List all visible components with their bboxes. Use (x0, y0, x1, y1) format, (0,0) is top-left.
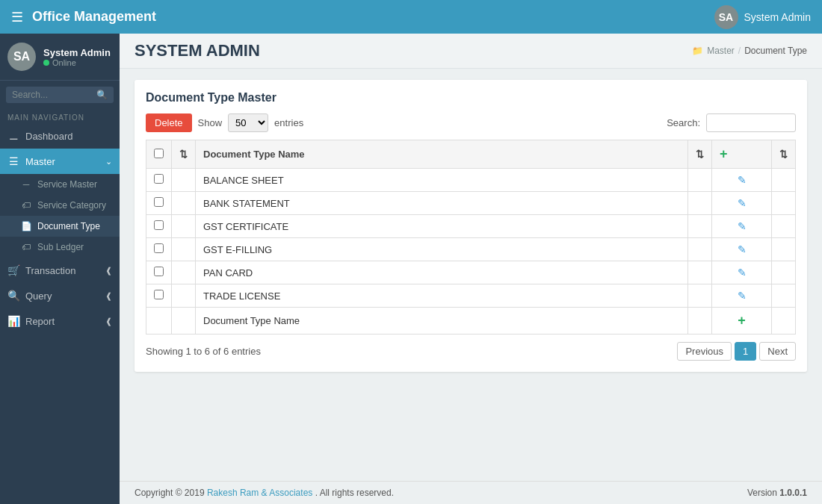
row-name-cell: GST CERTIFICATE (196, 215, 688, 238)
sidebar-sub-label-document-type: Document Type (37, 221, 100, 231)
edit-button[interactable]: ✎ (738, 174, 747, 186)
footer-version-label: Version (747, 488, 779, 498)
query-arrow-icon: ❰ (105, 291, 112, 301)
row-action-sort (772, 169, 796, 192)
row-checkbox[interactable] (154, 290, 164, 299)
sidebar-item-sub-ledger[interactable]: 🏷 Sub Ledger (0, 237, 120, 258)
row-action-sort (772, 238, 796, 261)
sidebar-item-label-dashboard: Dashboard (25, 131, 73, 142)
footer-action-sort (772, 308, 796, 335)
document-type-icon: 📄 (21, 221, 31, 231)
content-header: SYSTEM ADMIN 📁 Master / Document Type (120, 34, 822, 69)
row-name-sort (688, 261, 712, 284)
search-label: Search: (667, 117, 700, 128)
row-action-sort (772, 261, 796, 284)
user-avatar-top: SA (714, 5, 738, 29)
status-dot (43, 60, 49, 66)
row-checkbox[interactable] (154, 220, 164, 230)
row-checkbox-cell (146, 192, 172, 215)
brand-name: Office Management (32, 9, 156, 25)
edit-button[interactable]: ✎ (738, 220, 747, 232)
delete-button[interactable]: Delete (146, 113, 192, 132)
row-name-sort (688, 192, 712, 215)
showing-text: Showing 1 to 6 of 6 entries (146, 346, 261, 357)
service-master-icon: ─ (21, 179, 31, 190)
row-action-sort (772, 192, 796, 215)
footer: Copyright © 2019 Rakesh Ram & Associates… (120, 481, 822, 504)
hamburger-icon[interactable]: ☰ (11, 9, 23, 25)
table-row: PAN CARD ✎ (146, 261, 796, 284)
edit-button[interactable]: ✎ (738, 243, 747, 255)
entries-select[interactable]: 50 25 10 100 (228, 113, 268, 132)
page-1-button[interactable]: 1 (735, 342, 756, 361)
sidebar-item-transaction[interactable]: 🛒 Transaction ❰ (0, 258, 120, 283)
row-name-sort (688, 284, 712, 308)
data-table: ⇅ Document Type Name ⇅ + ⇅ (146, 140, 796, 335)
breadcrumb-icon: 📁 (692, 46, 703, 56)
table-controls-right: Search: (667, 113, 796, 132)
topnav-user-name: System Admin (744, 11, 811, 23)
sidebar-item-report[interactable]: 📊 Report ❰ (0, 308, 120, 334)
row-action-sort (772, 284, 796, 308)
row-sort-cell (172, 192, 196, 215)
status-text: Online (52, 58, 76, 67)
edit-button[interactable]: ✎ (738, 267, 747, 279)
next-button[interactable]: Next (759, 342, 796, 361)
sidebar-search-box[interactable]: 🔍 (6, 87, 114, 103)
footer-rights: . All rights reserved. (315, 488, 394, 498)
query-icon: 🔍 (7, 290, 19, 302)
footer-sort-col (172, 308, 196, 335)
table-row: GST E-FILLING ✎ (146, 238, 796, 261)
row-sort-cell (172, 284, 196, 308)
header-sort-col[interactable]: ⇅ (172, 140, 196, 169)
table-header-row: ⇅ Document Type Name ⇅ + ⇅ (146, 140, 796, 169)
sidebar-item-query[interactable]: 🔍 Query ❰ (0, 283, 120, 308)
sidebar-item-master[interactable]: ☰ Master ⌄ (0, 149, 120, 174)
sidebar-item-label-master: Master (25, 156, 55, 167)
sidebar-item-service-master[interactable]: ─ Service Master (0, 174, 120, 195)
row-sort-cell (172, 238, 196, 261)
card-title: Document Type Master (146, 91, 796, 105)
row-checkbox[interactable] (154, 267, 164, 276)
prev-button[interactable]: Previous (677, 342, 732, 361)
table-search-input[interactable] (706, 113, 796, 132)
footer-add-button[interactable]: + (738, 313, 746, 328)
transaction-icon: 🛒 (7, 264, 19, 276)
search-input[interactable] (12, 90, 96, 100)
row-name-sort (688, 215, 712, 238)
user-status: Online (43, 58, 112, 67)
header-name-sort[interactable]: ⇅ (688, 140, 712, 169)
row-action-cell: ✎ (712, 192, 772, 215)
row-checkbox[interactable] (154, 174, 164, 184)
select-all-checkbox[interactable] (154, 149, 164, 158)
table-controls-left: Delete Show 50 25 10 100 entries (146, 113, 303, 132)
header-action-sort: ⇅ (772, 140, 796, 169)
row-action-cell: ✎ (712, 261, 772, 284)
footer-copyright: Copyright © 2019 Rakesh Ram & Associates… (135, 488, 394, 498)
sidebar-item-document-type[interactable]: 📄 Document Type (0, 216, 120, 237)
edit-button[interactable]: ✎ (738, 290, 747, 302)
top-navbar: ☰ Office Management SA System Admin (0, 0, 822, 34)
header-action-col[interactable]: + (712, 140, 772, 169)
row-action-cell: ✎ (712, 169, 772, 192)
table-row: TRADE LICENSE ✎ (146, 284, 796, 308)
add-button[interactable]: + (720, 146, 728, 161)
row-name-cell: BALANCE SHEET (196, 169, 688, 192)
footer-link[interactable]: Rakesh Ram & Associates (207, 488, 312, 498)
header-name-col[interactable]: Document Type Name (196, 140, 688, 169)
content-main: Document Type Master Delete Show 50 25 1… (120, 69, 822, 481)
row-checkbox-cell (146, 261, 172, 284)
table-footer: Showing 1 to 6 of 6 entries Previous 1 N… (146, 342, 796, 361)
footer-action-col[interactable]: + (712, 308, 772, 335)
sidebar-item-dashboard[interactable]: ⚊ Dashboard (0, 123, 120, 149)
edit-button[interactable]: ✎ (738, 197, 747, 209)
master-arrow-icon: ⌄ (105, 157, 112, 167)
footer-version-number: 1.0.0.1 (779, 488, 807, 498)
row-checkbox[interactable] (154, 243, 164, 253)
sidebar-item-service-category[interactable]: 🏷 Service Category (0, 195, 120, 216)
sidebar-sub-label-service-category: Service Category (37, 200, 106, 211)
search-icon: 🔍 (96, 90, 108, 100)
footer-checkbox-col (146, 308, 172, 335)
row-checkbox[interactable] (154, 197, 164, 207)
footer-name-sort (688, 308, 712, 335)
